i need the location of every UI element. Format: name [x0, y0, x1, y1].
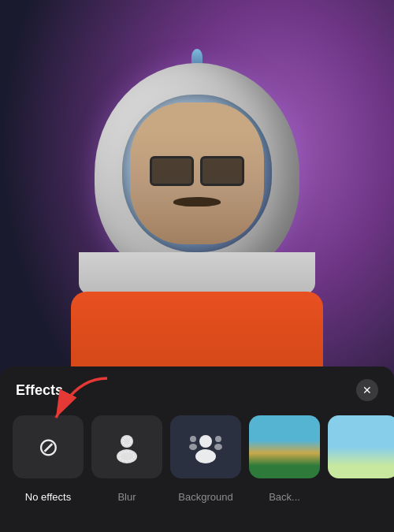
- svg-point-5: [199, 435, 212, 448]
- close-icon: ✕: [362, 384, 372, 396]
- blur-label: Blur: [91, 491, 162, 503]
- mustache: [173, 197, 221, 206]
- no-effect-label-container: No effects: [13, 491, 84, 503]
- helmet: [95, 63, 299, 284]
- no-effect-icon: ⊘: [38, 432, 59, 462]
- beach-label: Back...: [249, 491, 320, 503]
- panel-title: Effects: [16, 382, 63, 399]
- effect-item-background[interactable]: [170, 415, 241, 478]
- blur-icon: [110, 430, 144, 464]
- close-button[interactable]: ✕: [356, 379, 378, 401]
- svg-point-10: [214, 444, 222, 450]
- face: [130, 102, 264, 244]
- effects-panel: Effects ✕ ⊘: [0, 366, 394, 532]
- main-container: Effects ✕ ⊘: [0, 0, 394, 532]
- panel-header: Effects ✕: [0, 366, 394, 409]
- svg-point-7: [190, 436, 196, 442]
- svg-point-6: [195, 449, 216, 463]
- labels-row: No effects Blur Background Back...: [0, 485, 394, 503]
- effect-item-blur[interactable]: [91, 415, 162, 478]
- no-effect-label: No effects: [25, 491, 71, 503]
- effect-item-beach[interactable]: [249, 415, 320, 478]
- effect-item-no-effect[interactable]: ⊘: [13, 415, 84, 478]
- visor: [122, 95, 272, 252]
- glasses: [150, 156, 244, 188]
- effects-scroll[interactable]: ⊘: [0, 409, 394, 485]
- helmet-antenna: [191, 49, 203, 65]
- effect-item-sky[interactable]: [328, 415, 394, 478]
- svg-point-9: [215, 436, 221, 442]
- background-icon: [188, 430, 223, 464]
- svg-point-8: [189, 444, 197, 450]
- background-label: Background: [170, 491, 241, 503]
